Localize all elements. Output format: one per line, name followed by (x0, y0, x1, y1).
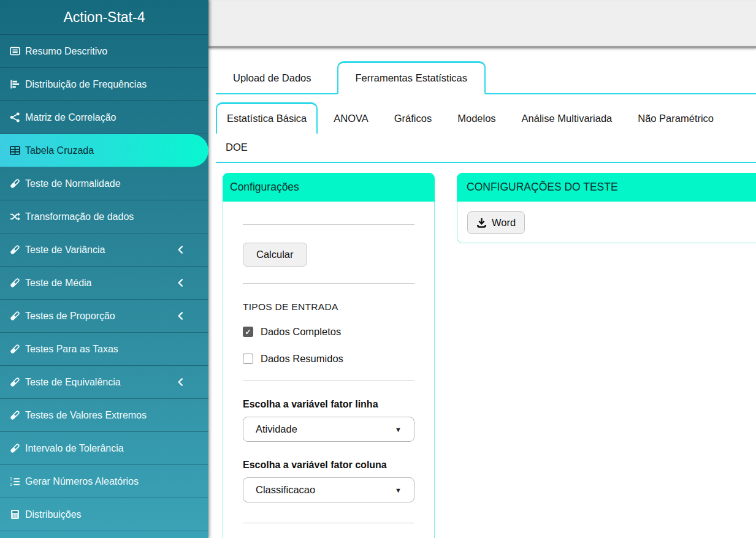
sidebar-item-label: Matriz de Correlação (25, 112, 116, 123)
option-dados-completos[interactable]: ✓ Dados Completos (243, 326, 414, 338)
sidebar-item-teste-de-normalidade[interactable]: Teste de Normalidade (0, 167, 208, 200)
sidebar-item-teste-de-equivalencia[interactable]: Teste de Equivalência (0, 366, 208, 399)
input-type-options: ✓ Dados Completos Dados Resumidos (243, 326, 414, 365)
subtab-anova[interactable]: ANOVA (324, 104, 378, 133)
sidebar-item-teste-de-media[interactable]: Teste de Média (0, 267, 208, 300)
chevron-left-icon (176, 278, 185, 287)
row-factor-value: Atividade (256, 423, 297, 435)
sidebar-item-label: Resumo Descritivo (25, 46, 107, 57)
subtab-doe[interactable]: DOE (216, 133, 258, 162)
vial-icon (10, 244, 25, 255)
vial-icon (10, 278, 25, 288)
vial-icon (10, 311, 25, 321)
list-alt-icon (10, 46, 25, 56)
caret-down-icon: ▼ (395, 487, 402, 494)
col-factor-label: Escolha a variável fator coluna (243, 460, 414, 471)
col-factor-select[interactable]: Classificacao ▼ (243, 477, 414, 502)
test-config-panel-header: CONFIGURAÇÕES DO TESTE (457, 173, 756, 202)
config-panel: Configurações Calcular TIPOS DE ENTRADA … (223, 173, 435, 538)
sidebar-item-label: Transformação de dados (25, 211, 134, 222)
sidebar-item-tabela-cruzada[interactable]: Tabela Cruzada (0, 134, 208, 167)
config-panel-header: Configurações (223, 173, 435, 202)
sidebar-item-transformacao-de-dados[interactable]: Transformação de dados (0, 200, 208, 233)
sidebar-item-testes-de-proporcao[interactable]: Testes de Proporção (0, 300, 208, 333)
calculator-icon (10, 509, 25, 520)
sidebar-item-label: Teste de Média (25, 278, 92, 289)
vial-icon (10, 344, 25, 354)
divider (243, 381, 414, 381)
app-title: Action-Stat-4 (0, 0, 208, 35)
panels-row: Configurações Calcular TIPOS DE ENTRADA … (223, 173, 756, 538)
sidebar: Action-Stat-4 Resumo Descritivo Distribu… (0, 0, 208, 538)
checkbox-checked-icon[interactable]: ✓ (243, 327, 253, 337)
shuffle-icon (10, 211, 25, 222)
test-config-panel: CONFIGURAÇÕES DO TESTE Word (457, 173, 756, 243)
chevron-left-icon (176, 311, 185, 320)
config-panel-body: Calcular TIPOS DE ENTRADA ✓ Dados Comple… (223, 202, 435, 538)
sidebar-item-label: Distribuição de Frequências (25, 79, 147, 90)
sidebar-item-resumo-descritivo[interactable]: Resumo Descritivo (0, 35, 208, 68)
download-icon (476, 218, 487, 228)
divider (243, 224, 414, 225)
sidebar-item-testes-para-as-taxas[interactable]: Testes Para as Taxas (0, 333, 208, 366)
sidebar-item-gerar-numeros-aleatorios[interactable]: 12 Gerar Números Aleatórios (0, 465, 208, 498)
top-header-bar (208, 0, 756, 48)
sidebar-item-label: Testes Para as Taxas (25, 344, 118, 355)
input-types-heading: TIPOS DE ENTRADA (243, 301, 414, 313)
sidebar-item-label: Intervalo de Tolerância (25, 443, 124, 454)
checkbox-unchecked-icon[interactable] (243, 354, 253, 364)
network-icon (10, 112, 25, 123)
subtab-nao-parametrico[interactable]: Não Paramétrico (628, 104, 724, 133)
sub-tab-bar: Estatística BásicaANOVAGráficosModelosAn… (216, 102, 756, 163)
subtab-analise-multivariada[interactable]: Análise Multivariada (512, 104, 622, 133)
export-word-label: Word (492, 217, 516, 229)
sidebar-item-distribuicoes[interactable]: Distribuições (0, 498, 208, 531)
chevron-left-icon (176, 377, 185, 387)
sidebar-item-intervalo-de-tolerancia[interactable]: Intervalo de Tolerância (0, 432, 208, 465)
chevron-left-icon (176, 245, 185, 254)
test-config-panel-body: Word (457, 202, 756, 243)
divider (243, 283, 414, 284)
caret-down-icon: ▼ (395, 426, 402, 433)
divider (243, 523, 414, 523)
sidebar-item-label: Tabela Cruzada (25, 145, 94, 156)
sidebar-item-matriz-de-correlacao[interactable]: Matriz de Correlação (0, 101, 208, 134)
option-dados-resumidos[interactable]: Dados Resumidos (243, 353, 414, 365)
svg-text:1: 1 (10, 477, 12, 481)
row-factor-label: Escolha a variável fator linha (243, 399, 414, 410)
vial-icon (10, 178, 25, 189)
vial-icon (10, 377, 25, 387)
sidebar-item-testes-de-valores-extremos[interactable]: Testes de Valores Extremos (0, 399, 208, 432)
main-tab-bar: Upload de DadosFerramentas Estatísticas (216, 61, 756, 94)
tab-upload-de-dados[interactable]: Upload de Dados (216, 63, 329, 93)
subtab-estatistica-basica[interactable]: Estatística Básica (216, 102, 318, 134)
sidebar-nav: Resumo Descritivo Distribuição de Frequê… (0, 35, 208, 531)
sidebar-item-label: Gerar Números Aleatórios (25, 476, 139, 487)
table-icon (10, 145, 25, 156)
subtab-graficos[interactable]: Gráficos (384, 104, 441, 133)
vial-icon (10, 443, 25, 453)
row-factor-select[interactable]: Atividade ▼ (243, 417, 414, 442)
sidebar-item-label: Testes de Proporção (25, 311, 115, 322)
export-word-button[interactable]: Word (467, 211, 525, 234)
vial-icon (10, 410, 25, 420)
svg-text:2: 2 (10, 482, 12, 487)
freq-chart-icon (10, 79, 25, 89)
sidebar-item-label: Teste de Equivalência (25, 377, 121, 388)
list-ol-icon: 12 (10, 476, 25, 487)
sidebar-item-teste-de-variancia[interactable]: Teste de Variância (0, 233, 208, 267)
sidebar-item-label: Distribuições (25, 509, 82, 520)
subtab-modelos[interactable]: Modelos (448, 104, 505, 133)
sidebar-item-label: Testes de Valores Extremos (25, 410, 147, 421)
calculate-button[interactable]: Calcular (243, 243, 307, 267)
sidebar-item-distribuicao-de-frequencias[interactable]: Distribuição de Frequências (0, 68, 208, 101)
sidebar-item-label: Teste de Normalidade (25, 178, 121, 189)
sidebar-item-label: Teste de Variância (25, 244, 105, 256)
tab-ferramentas-estatisticas[interactable]: Ferramentas Estatísticas (337, 61, 486, 94)
col-factor-value: Classificacao (256, 484, 315, 496)
main-content: Upload de DadosFerramentas Estatísticas … (208, 52, 756, 538)
